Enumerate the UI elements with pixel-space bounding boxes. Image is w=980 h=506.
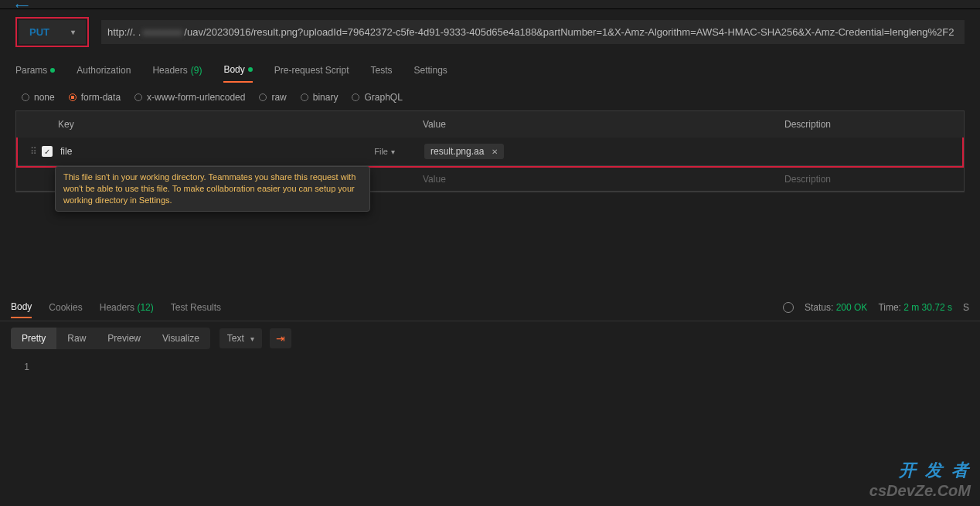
file-name: result.png.aa [430,146,484,157]
active-dot-icon [248,67,253,72]
radio-raw[interactable]: raw [259,92,286,103]
resp-headers-count: (12) [137,302,153,313]
resp-tab-cookies[interactable]: Cookies [49,302,82,313]
cell-desc-placeholder[interactable]: Description [774,168,964,191]
status-code: 200 OK [836,302,868,313]
tab-settings[interactable]: Settings [414,58,447,83]
line-number: 1 [11,362,29,372]
tab-prerequest[interactable]: Pre-request Script [274,58,349,83]
remove-file-icon[interactable]: ✕ [492,148,498,156]
tab-label: Body [223,64,244,75]
request-url-input[interactable]: http://. . xxxxxxxx /uav/20230916/result… [101,20,965,44]
table-row: ⠿ ✓ file File▾ result.png.aa ✕ [18,138,962,166]
radio-binary[interactable]: binary [301,92,339,103]
tab-label: Headers [100,302,134,313]
response-status-bar: Status: 200 OK Time: 2 m 30.72 s S [783,302,969,313]
chevron-down-icon: ▾ [391,148,395,156]
watermark-line1: 开 发 者 [869,459,971,482]
request-line: PUT ▾ http://. . xxxxxxxx /uav/20230916/… [0,9,980,55]
row-highlight-box: ⠿ ✓ file File▾ result.png.aa ✕ [16,138,964,168]
working-directory-warning: This file isn't in your working director… [55,166,370,212]
cell-value-placeholder[interactable]: Value [412,168,774,191]
response-tabs: Body Cookies Headers (12) Test Results S… [0,294,980,321]
tab-tests[interactable]: Tests [370,58,392,83]
cell-description[interactable] [775,138,962,165]
radio-label: GraphQL [364,92,402,103]
tab-label: Tests [370,65,392,76]
radio-label: form-data [81,92,121,103]
view-visualize[interactable]: Visualize [151,328,210,349]
tab-label: Authorization [77,65,131,76]
drag-handle-icon[interactable]: ⠿ [29,146,42,157]
watermark: 开 发 者 csDevZe.CoM [869,459,971,500]
tab-headers-count: (9) [191,65,202,76]
time-value: 2 m 30.72 s [903,302,952,313]
response-area: Body Cookies Headers (12) Test Results S… [0,294,980,506]
file-value-pill: result.png.aa ✕ [424,144,504,159]
tab-label: Headers [152,65,187,76]
resp-tab-test-results[interactable]: Test Results [171,302,221,313]
radio-urlencoded[interactable]: x-www-form-urlencoded [134,92,245,103]
time-label: Time: 2 m 30.72 s [878,302,952,313]
response-view-toolbar: Pretty Raw Preview Visualize Text ▾ ⇥ [0,321,980,355]
radio-label: x-www-form-urlencoded [147,92,245,103]
radio-icon [301,93,308,101]
request-tabs: Params Authorization Headers (9) Body Pr… [0,58,980,83]
tab-label: Pre-request Script [274,65,349,76]
radio-label: none [34,92,55,103]
radio-icon [259,93,267,101]
url-rest: /uav/20230916/result.png?uploadId=796423… [184,26,954,38]
view-preview[interactable]: Preview [97,328,151,349]
status-label: Status: 200 OK [805,302,867,313]
active-dot-icon [50,68,55,73]
window-top-strip: ⟵ [0,0,980,9]
key-text: file [60,146,72,157]
url-obscured-segment: xxxxxxxx [142,26,182,38]
row-checkbox[interactable]: ✓ [42,146,53,157]
body-type-group: none form-data x-www-form-urlencoded raw… [0,83,980,110]
key-type-selector[interactable]: File▾ [374,147,403,156]
tab-label: Settings [414,65,447,76]
watermark-line2: csDevZe.CoM [869,482,971,500]
tab-params[interactable]: Params [15,58,55,83]
url-prefix: http://. . [107,26,141,38]
tab-headers[interactable]: Headers (9) [152,58,202,83]
form-data-table: Key Value Description ⠿ ✓ file File▾ res… [15,110,965,192]
chevron-down-icon: ▾ [250,335,254,343]
th-description: Description [774,111,964,138]
resp-tab-headers[interactable]: Headers (12) [100,302,154,313]
wrap-lines-button[interactable]: ⇥ [270,328,291,348]
cell-key[interactable]: ⠿ ✓ file File▾ [18,138,413,165]
radio-icon [69,93,77,101]
view-pretty[interactable]: Pretty [11,328,56,349]
chevron-down-icon: ▾ [71,28,75,36]
method-highlight-box: PUT ▾ [15,17,89,47]
size-label: S [963,302,969,313]
radio-form-data[interactable]: form-data [69,92,121,103]
tab-authorization[interactable]: Authorization [77,58,131,83]
response-format-selector[interactable]: Text ▾ [219,328,262,348]
radio-icon [134,93,142,101]
back-icon[interactable]: ⟵ [15,0,29,11]
time-prefix: Time: [878,302,901,313]
tab-label: Params [15,65,47,76]
globe-icon[interactable] [783,302,794,313]
http-method-label: PUT [29,26,49,38]
response-body-editor[interactable]: 1 [0,355,980,506]
table-header-row: Key Value Description [16,111,964,138]
radio-graphql[interactable]: GraphQL [352,92,402,103]
radio-icon [352,93,359,101]
tab-body[interactable]: Body [223,58,252,83]
cell-value[interactable]: result.png.aa ✕ [413,138,775,165]
type-label: File [374,147,388,156]
view-raw[interactable]: Raw [56,328,97,349]
radio-none[interactable]: none [22,92,55,103]
http-method-selector[interactable]: PUT ▾ [19,20,86,44]
radio-label: raw [271,92,286,103]
view-mode-segment: Pretty Raw Preview Visualize [11,328,210,349]
radio-label: binary [313,92,339,103]
th-value: Value [412,111,774,138]
status-prefix: Status: [805,302,833,313]
format-label: Text [227,333,244,344]
resp-tab-body[interactable]: Body [11,301,32,318]
